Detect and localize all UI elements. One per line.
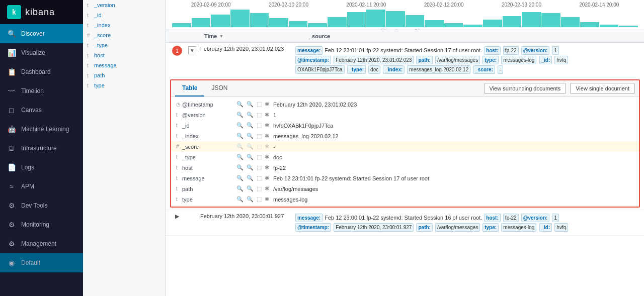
row-expand-2[interactable]: ▶ (172, 213, 182, 220)
tab-table[interactable]: Table (175, 80, 204, 96)
zoom-in-icon-9[interactable]: 🔍 (235, 195, 245, 203)
zoom-out-icon-7[interactable]: 🔍 (246, 174, 255, 182)
detail-tabs: Table JSON View surrounding documents Vi… (171, 80, 639, 97)
sidebar-canvas-label: Canvas (21, 107, 42, 114)
sidebar-item-apm[interactable]: ≈ APM (0, 177, 83, 196)
filter-icon-3[interactable]: ⬚ (256, 132, 263, 140)
star-icon-0[interactable]: ✱ (264, 101, 270, 108)
zoom-in-icon-0[interactable]: 🔍 (235, 101, 245, 108)
right-panel: 2020-02-09 20:00 2020-02-10 20:00 2020-0… (166, 0, 644, 296)
zoom-out-icon-8[interactable]: 🔍 (246, 185, 255, 192)
sidebar-item-ml[interactable]: 🤖 Machine Learning (0, 120, 83, 139)
star-icon-1[interactable]: ✱ (264, 111, 270, 119)
logo-container: k kibana (0, 0, 83, 24)
row-time-2: February 12th 2020, 23:00:01.927 (200, 213, 291, 219)
star-icon-6[interactable]: ✱ (264, 164, 270, 171)
star-icon-8[interactable]: ✱ (264, 185, 270, 192)
zoom-out-icon-1[interactable]: 🔍 (246, 111, 255, 119)
sidebar-item-dashboard[interactable]: 📋 Dashboard (0, 62, 83, 81)
kibana-logo-icon: k (7, 5, 21, 19)
filter-icon-8[interactable]: ⬚ (256, 185, 263, 192)
view-surrounding-btn[interactable]: View surrounding documents (484, 83, 567, 94)
tab-json[interactable]: JSON (204, 80, 234, 96)
detail-row-timestamp: ◷ @timestamp 🔍 🔍 ⬚ ✱ February 12th 2020,… (171, 99, 639, 110)
sidebar-apm-label: APM (21, 183, 34, 190)
detail-table: ◷ @timestamp 🔍 🔍 ⬚ ✱ February 12th 2020,… (171, 97, 639, 207)
kibana-logo-text: kibana (25, 7, 55, 18)
sidebar-item-discover[interactable]: 🔍 Discover (0, 24, 83, 43)
zoom-out-icon-2[interactable]: 🔍 (246, 122, 255, 129)
sidebar-item-monitoring[interactable]: ⚙ Monitoring (0, 215, 83, 234)
sidebar-infrastructure-label: Infrastructure (21, 145, 57, 152)
detail-row-logtype: t type 🔍 🔍 ⬚ ✱ messages-log (171, 194, 639, 205)
zoom-in-icon-1[interactable]: 🔍 (235, 111, 245, 119)
sidebar-item-management[interactable]: ⚙ Management (0, 234, 83, 253)
zoom-in-icon-7[interactable]: 🔍 (235, 174, 245, 182)
sidebar-item-timelion[interactable]: 〰 Timelion (0, 81, 83, 101)
star-icon-3[interactable]: ✱ (264, 132, 270, 140)
star-icon-7[interactable]: ✱ (264, 174, 270, 182)
log-row-1-main[interactable]: 1 ▼ February 12th 2020, 23:01:02.023 mes… (166, 43, 644, 77)
apm-icon: ≈ (7, 182, 16, 191)
filter-icon-2[interactable]: ⬚ (256, 122, 263, 129)
filter-icon-9[interactable]: ⬚ (256, 195, 263, 203)
field-message[interactable]: t message (83, 60, 166, 70)
zoom-out-icon-3[interactable]: 🔍 (246, 132, 255, 140)
sidebar-ml-label: Machine Learning (21, 126, 69, 133)
zoom-out-icon-5[interactable]: 🔍 (246, 153, 255, 161)
sidebar-default-label: Default (21, 259, 40, 266)
timelion-icon: 〰 (7, 86, 16, 95)
zoom-out-icon-0[interactable]: 🔍 (246, 101, 255, 108)
field-score[interactable]: # _score (83, 30, 166, 40)
sidebar-timelion-label: Timelion (21, 87, 44, 94)
monitoring-icon: ⚙ (7, 220, 16, 229)
zoom-out-icon-9[interactable]: 🔍 (246, 195, 255, 203)
filter-icon-7[interactable]: ⬚ (256, 174, 263, 182)
discover-icon: 🔍 (7, 29, 16, 38)
sidebar-item-visualize[interactable]: 📊 Visualize (0, 43, 83, 62)
field-host[interactable]: t host (83, 50, 166, 60)
field-type[interactable]: t _type (83, 40, 166, 50)
zoom-in-icon-3[interactable]: 🔍 (235, 132, 245, 140)
sidebar-devtools-label: Dev Tools (21, 202, 47, 209)
star-icon-4: ✱ (264, 143, 270, 150)
field-version[interactable]: t _version (83, 0, 166, 10)
canvas-icon: ◻ (7, 106, 16, 115)
sidebar-nav: 🔍 Discover 📊 Visualize 📋 Dashboard 〰 Tim… (0, 24, 83, 296)
sidebar-item-canvas[interactable]: ◻ Canvas (0, 101, 83, 120)
main-content: t _version t _id t _index # _score t _ty… (83, 0, 644, 296)
field-id[interactable]: t _id (83, 10, 166, 20)
zoom-in-icon-2[interactable]: 🔍 (235, 122, 245, 129)
default-icon: ◉ (7, 258, 16, 267)
zoom-in-icon-4: 🔍 (235, 143, 245, 150)
zoom-in-icon-6[interactable]: 🔍 (235, 164, 245, 171)
log-row-2-main[interactable]: ▶ February 12th 2020, 23:00:01.927 messa… (166, 210, 644, 235)
zoom-in-icon-5[interactable]: 🔍 (235, 153, 245, 161)
chart-timestamp-label: @timestamp per 3 hours (172, 28, 638, 30)
table-header: Time ▼ _source (166, 30, 644, 43)
zoom-out-icon-6[interactable]: 🔍 (246, 164, 255, 171)
filter-icon-1[interactable]: ⬚ (256, 111, 263, 119)
field-path[interactable]: t path (83, 70, 166, 80)
view-single-btn[interactable]: View single document (570, 83, 635, 94)
field-type2[interactable]: t type (83, 80, 166, 90)
filter-icon-6[interactable]: ⬚ (256, 164, 263, 171)
zoom-in-icon-8[interactable]: 🔍 (235, 185, 245, 192)
sidebar-visualize-label: Visualize (21, 49, 45, 56)
star-icon-2[interactable]: ✱ (264, 122, 270, 129)
detail-row-path: t path 🔍 🔍 ⬚ ✱ /var/log/messages (171, 183, 639, 194)
filter-icon-5[interactable]: ⬚ (256, 153, 263, 161)
filter-icon-0[interactable]: ⬚ (256, 101, 263, 108)
sidebar-item-logs[interactable]: 📄 Logs (0, 158, 83, 177)
field-index[interactable]: t _index (83, 20, 166, 30)
sidebar-item-infrastructure[interactable]: 🖥 Infrastructure (0, 139, 83, 158)
log-row-2: ▶ February 12th 2020, 23:00:01.927 messa… (166, 210, 644, 236)
time-column-header[interactable]: Time ▼ (204, 33, 305, 39)
fields-panel: t _version t _id t _index # _score t _ty… (83, 0, 166, 296)
star-icon-5[interactable]: ✱ (264, 153, 270, 161)
sidebar-item-devtools[interactable]: ⚙ Dev Tools (0, 196, 83, 215)
time-sort-icon: ▼ (219, 34, 223, 39)
star-icon-9[interactable]: ✱ (264, 195, 270, 203)
row-toggle-1[interactable]: ▼ (188, 46, 196, 54)
sidebar-item-default[interactable]: ◉ Default (0, 253, 83, 272)
